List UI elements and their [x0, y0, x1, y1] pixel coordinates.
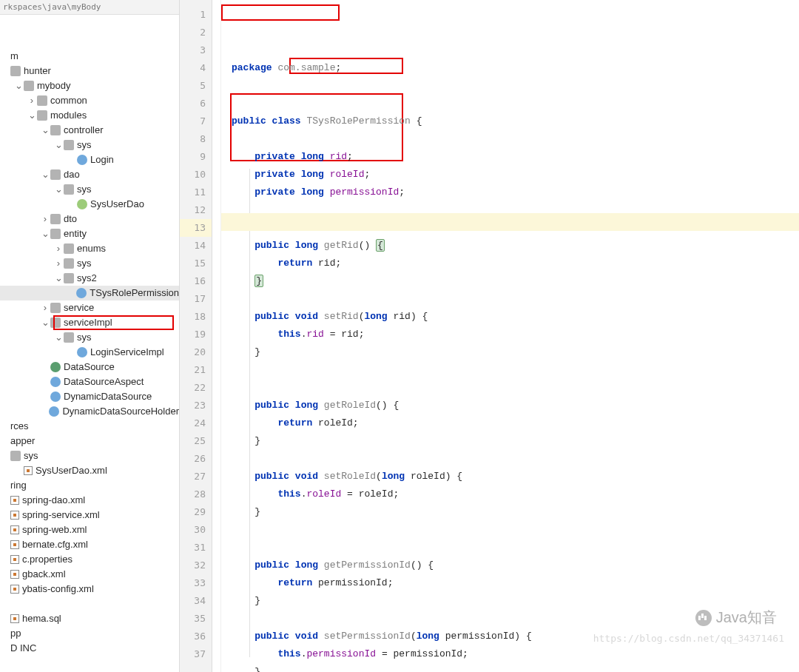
code-line[interactable]: public void setPermissionId(long permiss… [232, 628, 799, 645]
tree-node[interactable]: ⌄entity [0, 226, 179, 241]
code-line[interactable]: public class TSysRolePermission { [232, 112, 799, 130]
tree-node[interactable]: ⌄mybody [0, 78, 179, 93]
project-tree[interactable]: mhunter⌄mybody›common⌄modules⌄controller… [0, 15, 179, 656]
code-line[interactable] [232, 201, 799, 219]
project-sidebar[interactable]: rkspaces\java\myBody mhunter⌄mybody›comm… [0, 0, 180, 672]
expand-icon[interactable]: › [41, 300, 49, 315]
tree-node[interactable]: ›enums [0, 241, 179, 256]
expand-icon[interactable]: › [55, 241, 62, 256]
tree-node[interactable]: DynamicDataSource [0, 389, 179, 404]
code-line[interactable]: } [232, 663, 799, 672]
expand-icon[interactable]: ⌄ [55, 330, 62, 345]
tree-node[interactable]: ring [0, 478, 179, 493]
code-line[interactable] [232, 610, 799, 628]
tree-node[interactable]: hunter [0, 64, 179, 78]
expand-icon[interactable]: ⌄ [55, 182, 62, 197]
tree-node[interactable]: ybatis-config.xml [0, 582, 179, 597]
tree-node-label: entity [64, 226, 87, 241]
code-line[interactable]: private long rid; [232, 148, 799, 166]
expand-icon[interactable]: ⌄ [55, 138, 62, 152]
code-line[interactable] [232, 290, 799, 308]
tree-node[interactable] [0, 19, 179, 34]
expand-icon[interactable]: ⌄ [41, 167, 49, 182]
code-line[interactable]: private long roleId; [232, 166, 799, 184]
code-line[interactable] [232, 219, 799, 237]
code-line[interactable]: } [232, 343, 799, 361]
tree-node[interactable]: spring-dao.xml [0, 493, 179, 508]
tree-node[interactable]: ›service [0, 300, 179, 315]
tree-node[interactable]: SysUserDao.xml [0, 463, 179, 478]
tree-node[interactable]: apper [0, 434, 179, 448]
code-line[interactable] [232, 379, 799, 397]
tree-node[interactable] [0, 34, 179, 49]
tree-node[interactable]: ⌄sys [0, 182, 179, 197]
tree-node[interactable]: D INC [0, 641, 179, 656]
tree-node[interactable]: gback.xml [0, 567, 179, 582]
tree-node[interactable]: LoginServiceImpl [0, 345, 179, 360]
code-line[interactable]: } [232, 592, 799, 610]
tree-node[interactable]: ⌄dao [0, 167, 179, 182]
fold-icon [37, 95, 47, 106]
expand-icon[interactable]: › [28, 93, 36, 108]
code-line[interactable]: this.permissionId = permissionId; [232, 645, 799, 663]
tree-node[interactable]: DynamicDataSourceHolder [0, 404, 179, 419]
code-line[interactable]: return permissionId; [232, 574, 799, 592]
expand-icon[interactable]: ⌄ [41, 315, 49, 330]
expand-icon[interactable]: › [41, 212, 49, 226]
code-line[interactable] [232, 521, 799, 539]
code-line[interactable]: public void setRoleId(long roleId) { [232, 468, 799, 485]
code-line[interactable]: public void setRid(long rid) { [232, 308, 799, 326]
tree-node[interactable]: ⌄modules [0, 108, 179, 123]
expand-icon[interactable]: ⌄ [41, 226, 49, 241]
code-line[interactable]: this.roleId = roleId; [232, 485, 799, 503]
code-line[interactable] [232, 450, 799, 468]
tree-node[interactable] [0, 597, 179, 611]
tree-node[interactable]: ›common [0, 93, 179, 108]
tree-node[interactable]: m [0, 49, 179, 64]
code-line[interactable] [232, 539, 799, 557]
expand-icon[interactable]: ⌄ [15, 78, 22, 93]
code-line[interactable]: this.rid = rid; [232, 326, 799, 343]
code-line[interactable]: } [232, 272, 799, 290]
tree-node[interactable]: c.properties [0, 552, 179, 567]
tree-node[interactable]: spring-service.xml [0, 508, 179, 523]
tree-node[interactable]: sys [0, 448, 179, 463]
tree-node[interactable]: rces [0, 419, 179, 434]
code-line[interactable]: } [232, 503, 799, 521]
code-line[interactable] [232, 130, 799, 148]
tree-node[interactable]: SysUserDao [0, 197, 179, 212]
code-line[interactable]: public long getRoleId() { [232, 397, 799, 414]
tree-node[interactable]: ›sys [0, 256, 179, 271]
tree-node[interactable]: ⌄sys [0, 138, 179, 152]
code-area[interactable]: package com.sample; public class TSysRol… [221, 0, 799, 672]
code-line[interactable]: package com.sample; [232, 59, 799, 77]
tree-node[interactable]: ›dto [0, 212, 179, 226]
code-line[interactable] [232, 95, 799, 112]
tree-node[interactable]: Login [0, 152, 179, 167]
tree-node[interactable]: DataSourceAspect [0, 374, 179, 389]
expand-icon[interactable]: ⌄ [41, 123, 49, 138]
tree-node[interactable]: ⌄sys [0, 330, 179, 345]
expand-icon[interactable]: ⌄ [28, 108, 36, 123]
code-line[interactable]: return roleId; [232, 414, 799, 432]
code-line[interactable]: public long getPermissionId() { [232, 557, 799, 574]
code-line[interactable]: public long getRid() { [232, 237, 799, 255]
tree-node[interactable]: spring-web.xml [0, 523, 179, 537]
tree-node[interactable]: TSysRolePermission [0, 286, 179, 300]
code-line[interactable]: return rid; [232, 255, 799, 272]
expand-icon[interactable]: ⌄ [55, 271, 62, 286]
tree-node[interactable]: ⌄controller [0, 123, 179, 138]
tree-node[interactable]: pp [0, 626, 179, 641]
tree-node[interactable]: hema.sql [0, 611, 179, 626]
code-editor[interactable]: 1234567891011121314151617181920212223242… [180, 0, 799, 672]
code-line[interactable] [232, 77, 799, 95]
tree-node[interactable]: DataSource [0, 360, 179, 374]
tree-node[interactable]: ⌄sys2 [0, 271, 179, 286]
line-number: 7 [180, 112, 212, 130]
tree-node[interactable]: ⌄serviceImpl [0, 315, 179, 330]
code-line[interactable] [232, 361, 799, 379]
code-line[interactable]: } [232, 432, 799, 450]
tree-node[interactable]: bernate.cfg.xml [0, 537, 179, 552]
expand-icon[interactable]: › [55, 256, 62, 271]
code-line[interactable]: private long permissionId; [232, 184, 799, 201]
